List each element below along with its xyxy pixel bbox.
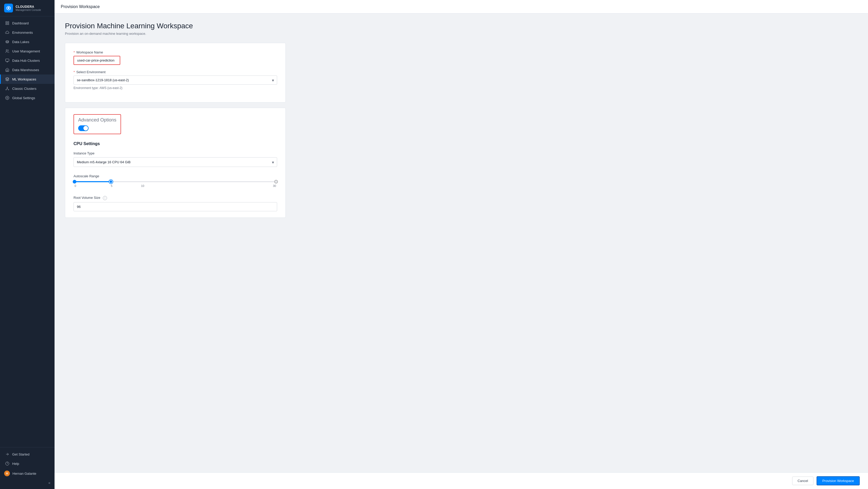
sidebar-item-help[interactable]: Help: [0, 459, 55, 468]
cancel-button[interactable]: Cancel: [792, 477, 813, 485]
provision-workspace-button[interactable]: Provision Workspace: [816, 476, 860, 485]
slider-thumb-max[interactable]: [274, 180, 278, 184]
content-area: Provision Machine Learning Workspace Pro…: [55, 13, 868, 489]
help-icon: [5, 461, 10, 466]
sidebar-label-global-settings: Global Settings: [12, 96, 35, 100]
brand-name: CLOUDERA: [16, 5, 41, 8]
arrow-right-icon: [5, 452, 10, 457]
slider-thumb-min[interactable]: [73, 180, 76, 184]
sidebar-label-data-hub-clusters: Data Hub Clusters: [12, 59, 40, 63]
sidebar-item-environments[interactable]: Environments: [0, 28, 55, 37]
sidebar-item-classic-clusters[interactable]: Classic Clusters: [0, 84, 55, 93]
advanced-options-toggle-wrapper: [78, 125, 116, 131]
advanced-options-toggle[interactable]: [78, 125, 89, 131]
svg-point-7: [6, 50, 7, 51]
sidebar-label-data-lakes: Data Lakes: [12, 40, 29, 44]
advanced-options-title: Advanced Options: [78, 117, 116, 123]
footer: Cancel Provision Workspace: [55, 472, 868, 489]
slider-thumb-current[interactable]: [109, 180, 113, 184]
sidebar-item-data-warehouses[interactable]: Data Warehouses: [0, 65, 55, 74]
page-title: Provision Machine Learning Workspace: [65, 22, 858, 30]
autoscale-slider[interactable]: 0 5 10 30: [73, 181, 277, 189]
info-icon[interactable]: i: [103, 196, 107, 200]
sidebar-collapse-btn[interactable]: «: [0, 479, 55, 487]
sidebar-label-dashboard: Dashboard: [12, 21, 29, 25]
app-logo: [4, 4, 13, 12]
select-environment-label: * Select Environment: [73, 70, 277, 74]
user-profile[interactable]: H Hernan Galante: [0, 468, 55, 479]
workspace-name-group: * Workspace Name: [73, 51, 277, 65]
user-name: Hernan Galante: [12, 471, 36, 476]
workspace-name-label: * Workspace Name: [73, 51, 277, 54]
svg-point-12: [7, 97, 8, 98]
root-volume-section: Root Volume Size i: [73, 196, 277, 211]
sidebar-label-get-started: Get Started: [12, 452, 29, 456]
sidebar-label-data-warehouses: Data Warehouses: [12, 68, 39, 72]
topbar-title: Provision Workspace: [61, 4, 100, 9]
svg-rect-5: [7, 23, 9, 25]
cpu-settings-section: CPU Settings Instance Type Medium m5.4xl…: [73, 141, 277, 211]
environment-type: Environment type: AWS (us-east-2): [73, 86, 277, 90]
select-environment-group: * Select Environment se-sandbox-1219-181…: [73, 70, 277, 90]
svg-rect-3: [7, 22, 9, 23]
sidebar-item-user-management[interactable]: User Management: [0, 46, 55, 56]
root-volume-label: Root Volume Size i: [73, 196, 277, 200]
svg-rect-8: [5, 59, 9, 61]
hub-icon: [5, 58, 10, 63]
sidebar-label-environments: Environments: [12, 31, 33, 35]
sidebar-bottom: Get Started Help H Hernan Galante «: [0, 447, 55, 489]
workspace-card: * Workspace Name * Select Environment se…: [65, 43, 286, 102]
collapse-icon[interactable]: «: [48, 481, 51, 485]
data-lakes-icon: [5, 39, 10, 44]
instance-type-group: Instance Type Medium m5.4xlarge 16 CPU 6…: [73, 151, 277, 167]
settings-icon: [5, 96, 10, 100]
slider-label-10: 10: [141, 184, 144, 187]
user-management-icon: [5, 49, 10, 54]
toggle-knob: [83, 126, 88, 131]
sidebar-label-ml-workspaces: ML Workspaces: [12, 77, 36, 81]
required-mark: *: [73, 51, 75, 54]
cluster-icon: [5, 86, 10, 91]
slider-labels: 0 5 10 30: [74, 184, 276, 189]
svg-point-10: [6, 89, 6, 90]
svg-rect-4: [6, 23, 7, 25]
svg-point-1: [8, 7, 9, 9]
workspace-name-input[interactable]: [73, 56, 120, 65]
slider-track: [74, 181, 276, 182]
sidebar-nav: Dashboard Environments Data Lakes: [0, 17, 55, 447]
sidebar-label-classic-clusters: Classic Clusters: [12, 87, 36, 91]
sidebar-item-data-hub-clusters[interactable]: Data Hub Clusters: [0, 56, 55, 65]
cloud-icon: [5, 30, 10, 35]
instance-type-select-wrapper: Medium m5.4xlarge 16 CPU 64 GiB ▾: [73, 157, 277, 167]
sidebar-item-ml-workspaces[interactable]: ML Workspaces: [0, 74, 55, 84]
autoscale-label: Autoscale Range: [73, 174, 277, 178]
svg-point-13: [5, 462, 9, 465]
ml-icon: [5, 77, 10, 82]
environment-select[interactable]: se-sandbox-1219-1818 (us-east-2): [73, 75, 277, 85]
topbar: Provision Workspace: [55, 0, 868, 13]
slider-label-0: 0: [74, 184, 76, 187]
svg-point-9: [7, 87, 8, 88]
slider-label-5: 5: [111, 184, 113, 187]
main-content: Provision Workspace Provision Machine Le…: [55, 0, 868, 489]
sidebar-item-dashboard[interactable]: Dashboard: [0, 19, 55, 28]
sidebar-item-data-lakes[interactable]: Data Lakes: [0, 37, 55, 46]
advanced-options-card: Advanced Options CPU Settings Instance T…: [65, 108, 286, 218]
svg-point-6: [6, 40, 9, 41]
root-volume-input[interactable]: [73, 202, 277, 211]
sidebar-label-help: Help: [12, 462, 19, 466]
warehouse-icon: [5, 67, 10, 72]
sidebar-item-get-started[interactable]: Get Started: [0, 450, 55, 459]
instance-type-select[interactable]: Medium m5.4xlarge 16 CPU 64 GiB: [73, 157, 277, 167]
instance-type-label: Instance Type: [73, 151, 277, 155]
sidebar-item-global-settings[interactable]: Global Settings: [0, 93, 55, 102]
dashboard-icon: [5, 21, 10, 26]
page-subtitle: Provision an on-demand machine learning …: [65, 32, 858, 36]
brand-sub: Management Console: [16, 8, 41, 11]
avatar: H: [4, 470, 10, 476]
cpu-settings-title: CPU Settings: [73, 141, 277, 146]
sidebar-header: CLOUDERA Management Console: [0, 0, 55, 17]
required-mark-env: *: [73, 70, 75, 74]
advanced-options-box: Advanced Options: [73, 114, 121, 134]
slider-fill: [74, 181, 111, 182]
